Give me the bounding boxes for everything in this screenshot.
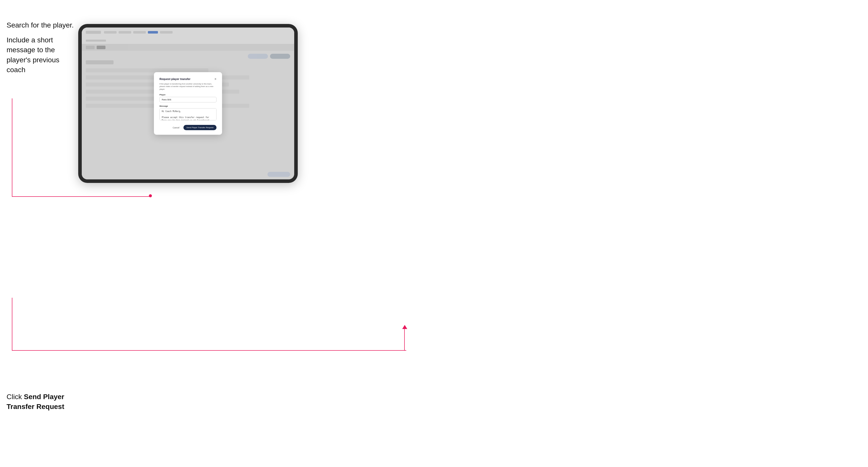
annotation-step2-text: Include a short message to the player's … <box>6 35 75 75</box>
arrow-horizontal-2 <box>12 350 406 351</box>
message-textarea[interactable]: Hi Coach McHarg, Please accept this tran… <box>159 108 217 120</box>
modal-description: If the player is transferring from anoth… <box>159 83 217 91</box>
message-label: Message <box>159 105 217 107</box>
arrow-up-tip <box>402 325 407 329</box>
player-label: Player <box>159 94 217 96</box>
arrow-endpoint-1 <box>149 194 152 197</box>
arrow-up-line <box>404 325 405 351</box>
arrow-vertical-2 <box>12 298 12 351</box>
modal-title: Request player transfer <box>159 77 190 81</box>
annotation-step1: Search for the player. Include a short m… <box>6 20 75 80</box>
modal-box: Request player transfer × If the player … <box>154 72 222 135</box>
tablet-outer: Request player transfer × If the player … <box>78 24 298 183</box>
modal-footer: Cancel Send Player Transfer Request <box>159 125 217 130</box>
arrow-vertical-1 <box>12 98 12 197</box>
tablet-device: Request player transfer × If the player … <box>78 24 298 183</box>
close-icon[interactable]: × <box>215 77 217 81</box>
tablet-screen: Request player transfer × If the player … <box>82 28 294 179</box>
modal-overlay: Request player transfer × If the player … <box>82 28 294 179</box>
send-transfer-request-button[interactable]: Send Player Transfer Request <box>183 125 217 130</box>
arrow-horizontal-1 <box>12 196 150 197</box>
annotation-step1-text: Search for the player. <box>6 20 75 30</box>
annotation-step3: Click Send Player Transfer Request <box>6 392 75 411</box>
annotation-step3-label: Click <box>6 393 24 401</box>
cancel-button[interactable]: Cancel <box>170 125 181 130</box>
player-input[interactable] <box>159 97 217 102</box>
modal-header: Request player transfer × <box>159 77 217 81</box>
